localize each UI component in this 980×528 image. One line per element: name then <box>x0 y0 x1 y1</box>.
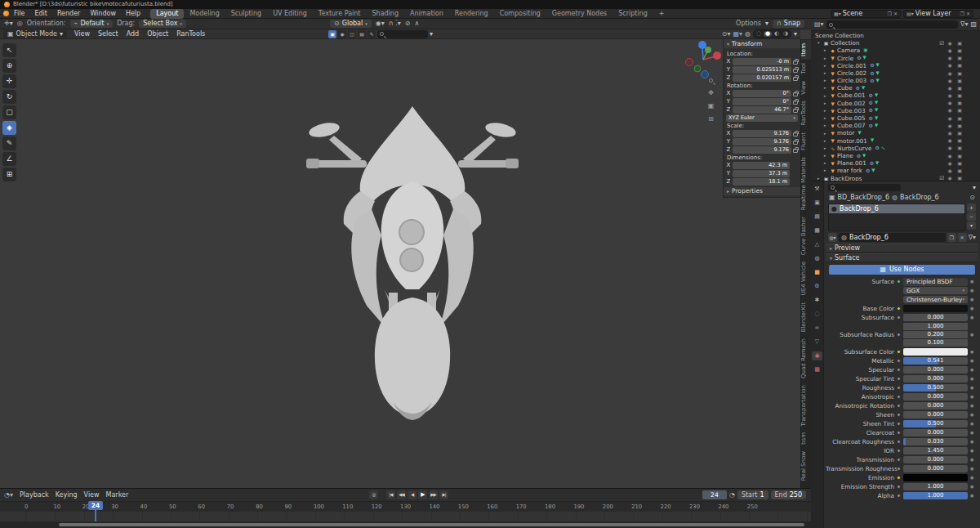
new-view-layer-button[interactable]: ❐ <box>960 11 964 16</box>
disable-render-icon[interactable]: ▣ <box>956 138 964 143</box>
ws-tab-7[interactable]: Rendering <box>449 9 494 19</box>
disable-render-icon[interactable]: ▣ <box>956 63 964 68</box>
surface-panel-header[interactable]: ▾Surface <box>826 253 978 262</box>
tab-object-data-icon[interactable]: ▽ <box>812 338 822 347</box>
preview-panel-header[interactable]: ▸Preview <box>826 244 978 253</box>
asset-type-scene-icon[interactable]: ◫ <box>348 30 356 38</box>
slot-specials-button[interactable]: ▾ <box>967 221 976 230</box>
ws-tab-3[interactable]: UV Editing <box>267 9 313 19</box>
expand-icon[interactable]: ▸ <box>824 78 828 83</box>
hide-eye-icon[interactable]: ◉ <box>946 63 954 68</box>
new-scene-button[interactable]: ❐ <box>888 11 892 16</box>
object-name[interactable]: Cube.001 <box>837 92 866 98</box>
mi-0[interactable]: Playback <box>16 490 52 499</box>
dim-x-field[interactable]: 42.3 m <box>733 162 790 169</box>
object-name[interactable]: Camera <box>837 47 860 53</box>
expand-icon[interactable]: ▸ <box>824 109 828 113</box>
hide-eye-icon[interactable]: ◉ <box>946 168 954 173</box>
hide-eye-icon[interactable]: ◉ <box>946 71 954 76</box>
browse-material-icon[interactable]: ◍▾ <box>828 233 837 242</box>
emission-strength-slider[interactable]: 1.000 <box>903 483 968 490</box>
location-z-field[interactable]: 0.020157 m <box>733 74 791 82</box>
ntab-12[interactable]: Real Snow <box>801 448 812 484</box>
object-name[interactable]: Circle.003 <box>837 78 866 83</box>
hide-eye-icon[interactable]: ◉ <box>946 56 954 60</box>
expand-icon[interactable]: ▸ <box>824 168 828 172</box>
outliner-row[interactable]: ▸Camera◉▣ <box>811 47 980 54</box>
hide-eye-icon[interactable]: ◉ <box>946 93 954 98</box>
select-box-tool[interactable]: ↖ <box>2 43 16 57</box>
exclude-checkbox[interactable]: ☑ <box>939 41 944 47</box>
tab-active-tool-icon[interactable]: ⚒ <box>812 185 822 194</box>
asset-type-model-icon[interactable]: ▣ <box>328 30 336 38</box>
asset-type-brush-icon[interactable]: ✎ <box>368 30 376 38</box>
projection-toggle-icon[interactable]: ⊞ <box>706 114 716 124</box>
object-name[interactable]: Plane.001 <box>837 160 866 166</box>
subsurface-method-dropdown[interactable]: Christensen-Burley <box>903 296 968 303</box>
mi-2[interactable]: View <box>81 490 103 499</box>
ws-tab-10[interactable]: Scripting <box>612 9 653 19</box>
lock-icon[interactable] <box>793 141 798 145</box>
camera-view-icon[interactable]: ▣ <box>706 101 716 111</box>
play-reverse-button[interactable]: ◀ <box>408 490 416 499</box>
sheen-slider[interactable]: 0.000 <box>903 411 968 418</box>
mi-2[interactable]: Render <box>52 9 85 18</box>
remove-slot-button[interactable]: − <box>967 213 976 221</box>
ior-slider[interactable]: 1.450 <box>903 447 968 454</box>
disable-render-icon[interactable]: ▣ <box>956 161 964 166</box>
specular-tint-slider[interactable]: 0.000 <box>903 375 968 383</box>
scale-x-field[interactable]: 9.176 <box>733 130 791 137</box>
expand-icon[interactable]: ▸ <box>824 101 828 105</box>
outliner-row[interactable]: ▸Plane.001◉▣ <box>811 159 980 167</box>
subsurface-radius-fields[interactable]: 1.000 0.200 0.100 <box>903 323 968 347</box>
measure-tool[interactable]: ∠ <box>2 152 16 166</box>
lock-icon[interactable] <box>793 69 798 73</box>
dim-y-field[interactable]: 37.3 m <box>733 170 790 177</box>
mi-0[interactable]: View <box>70 29 94 38</box>
auto-keying-button[interactable]: ◎ <box>369 490 378 499</box>
timeline-tracks[interactable] <box>0 512 811 521</box>
roughness-slider[interactable]: 0.500 <box>903 384 968 392</box>
expand-icon[interactable]: ▸ <box>824 94 828 98</box>
rotation-y-field[interactable]: 0° <box>733 98 791 105</box>
outliner-row[interactable]: ▸Circle.001◉▣ <box>811 62 980 69</box>
hide-eye-icon[interactable]: ◉ <box>946 78 954 83</box>
expand-icon[interactable]: ▸ <box>824 161 828 165</box>
ntab-11[interactable]: bsm <box>801 429 812 448</box>
outliner-row-scene-collection[interactable]: Scene Collection <box>811 32 980 39</box>
transmission-slider[interactable]: 0.000 <box>903 456 968 463</box>
cursor-tool[interactable]: ⊕ <box>2 59 16 73</box>
outliner-row-collection[interactable]: ▾ Collection ☑ ◉ ▣ <box>811 39 980 47</box>
jump-to-end-button[interactable]: ▶| <box>439 490 448 499</box>
surface-shader-button[interactable]: Principled BSDF <box>903 278 968 286</box>
disable-render-icon[interactable]: ▣ <box>956 78 964 83</box>
subsurface-color-swatch[interactable] <box>903 348 968 356</box>
transform-panel-header[interactable]: ▾Transform <box>724 39 800 48</box>
disable-render-icon[interactable]: ▣ <box>956 71 964 76</box>
tab-view-layer-icon[interactable]: ▦ <box>812 226 822 235</box>
view-layer-selector[interactable]: ▤▾ View Layer ❐ ✕ <box>903 10 973 18</box>
use-nodes-button[interactable]: ▦ Use Nodes <box>829 265 975 275</box>
subsurface-slider[interactable]: 0.000 <box>903 314 968 321</box>
new-material-button[interactable]: ❐ <box>947 233 956 242</box>
hide-eye-icon[interactable]: ◉ <box>946 116 954 121</box>
scene-selector[interactable]: ▦▾ Scene ❐ ✕ <box>831 10 901 18</box>
disable-render-icon[interactable]: ▣ <box>956 48 964 53</box>
ntab-9[interactable]: Quad Remesh <box>801 335 812 382</box>
disable-render-icon[interactable]: ▣ <box>956 123 964 128</box>
rotate-tool[interactable]: ↻ <box>2 90 16 104</box>
outliner-search-input[interactable] <box>826 20 958 29</box>
hide-eye-icon[interactable]: ◉ <box>946 108 954 113</box>
outliner-options-icon[interactable]: ▨ <box>970 21 977 28</box>
rotation-z-field[interactable]: 46.7° <box>733 106 791 114</box>
prev-keyframe-button[interactable]: ◀◀ <box>397 490 406 499</box>
lock-icon[interactable] <box>793 101 798 105</box>
ntab-10[interactable]: Transportation <box>801 382 812 430</box>
3d-viewport[interactable]: ↖ ⊕ ✛ ↻ ▢ ◈ ✎ ∠ ⊞ ✥ ▣ ⊞ <box>0 39 800 488</box>
outliner-row[interactable]: ▸Circle◉▣ <box>811 55 980 62</box>
drag-dropdown[interactable]: Select Box▾ <box>139 20 186 28</box>
disable-render-icon[interactable]: ▣ <box>956 168 964 173</box>
mi-3[interactable]: Marker <box>103 490 132 499</box>
exclude-checkbox[interactable]: ☑ <box>939 176 944 181</box>
outliner-row[interactable]: ▸Cube.001◉▣ <box>811 92 980 100</box>
